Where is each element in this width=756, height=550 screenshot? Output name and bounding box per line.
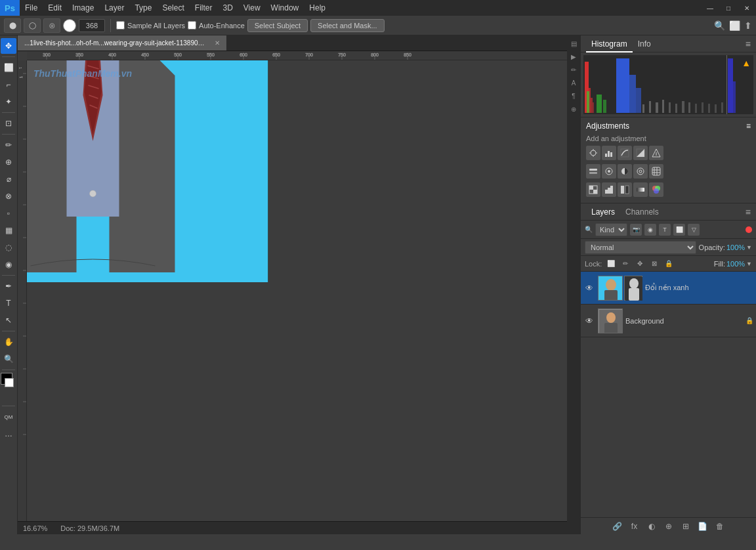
select-and-mask-button[interactable]: Select and Mask... [310,19,385,32]
layer-visibility-icon-2[interactable]: 👁 [583,315,595,327]
gradient-tool[interactable]: ▦ [1,222,16,238]
clone-tool[interactable]: ⊗ [1,188,16,204]
blur-tool[interactable]: ◌ [1,240,16,255]
brush-tool-btn3[interactable]: ◎ [43,18,60,33]
tab-close-button[interactable]: ✕ [215,39,220,47]
auto-enhance-checkbox[interactable] [188,21,196,30]
side-3d-icon[interactable]: ⊕ [568,104,579,114]
layer-adj-button[interactable]: ⊕ [663,520,675,532]
threshold-adj-icon[interactable] [618,182,632,197]
hand-tool[interactable]: ✋ [1,334,16,350]
background-color[interactable] [5,378,14,387]
search-icon[interactable]: 🔍 [714,20,725,31]
side-histogram-icon[interactable]: ▤ [568,38,579,49]
layer-new-button[interactable]: 📄 [697,520,709,532]
layer-fx-button[interactable]: fx [629,520,640,532]
eyedropper-tool[interactable]: ✏ [1,137,16,153]
side-brush-icon[interactable]: ✏ [568,64,579,75]
photo-filter-adj-icon[interactable] [633,164,648,179]
vibrance-adj-icon[interactable] [649,146,663,160]
layer-filter-pixel-icon[interactable]: 📷 [630,224,642,236]
path-select-tool[interactable]: ↖ [1,312,16,328]
side-paragraph-icon[interactable]: ¶ [568,91,579,101]
selective-color-adj-icon[interactable] [649,182,663,197]
dodge-tool[interactable]: ◉ [1,257,16,272]
menu-select[interactable]: Select [157,0,189,16]
menu-layer[interactable]: Layer [99,0,129,16]
select-subject-button[interactable]: Select Subject [247,19,308,32]
type-tool[interactable]: T [1,295,16,311]
color-balance-adj-icon[interactable] [602,164,616,179]
layer-kind-select[interactable]: Kind [595,223,627,236]
color-swatches[interactable] [1,373,16,389]
fill-value[interactable]: 100% [726,260,745,268]
crop-tool[interactable]: ⊡ [1,116,16,131]
close-button[interactable]: ✕ [738,0,756,16]
curves-adj-icon[interactable] [618,146,632,160]
brush-size-circle[interactable] [63,19,76,32]
layers-menu-button[interactable]: ≡ [746,207,751,217]
histogram-tab[interactable]: Histogram [586,35,633,53]
brightness-adj-icon[interactable] [586,146,600,160]
grad-map-adj-icon[interactable] [633,182,648,197]
layer-filter-smart-icon[interactable]: ▽ [688,224,700,236]
channel-mixer-adj-icon[interactable] [649,164,663,179]
more-tools-btn[interactable]: … [1,426,16,442]
lock-all-icon[interactable]: 🔒 [663,259,674,269]
brush-tool-btn[interactable]: ⬤ [4,18,21,33]
layer-filter-shape-icon[interactable]: ⬜ [673,224,685,236]
invert-adj-icon[interactable] [586,182,600,197]
layer-item-doi-nen-xanh[interactable]: 👁 [581,272,756,305]
brush-tool[interactable]: ⌀ [1,171,16,187]
hue-sat-adj-icon[interactable] [586,164,600,179]
minimize-button[interactable]: — [701,0,719,16]
lock-position-icon[interactable]: ✥ [635,259,645,269]
blend-mode-select[interactable]: Normal [585,241,696,254]
opacity-value[interactable]: 100% [726,243,745,251]
quick-mask-tool[interactable]: QM [1,409,16,425]
menu-type[interactable]: Type [129,0,157,16]
levels-adj-icon[interactable] [602,146,616,160]
menu-3d[interactable]: 3D [217,0,238,16]
menu-window[interactable]: Window [266,0,304,16]
screen-mode-icon[interactable]: ⬜ [729,20,740,31]
side-play-icon[interactable]: ▶ [568,51,579,62]
maximize-button[interactable]: □ [719,0,738,16]
menu-help[interactable]: Help [304,0,331,16]
layer-group-button[interactable]: ⊞ [680,520,692,532]
layer-filter-active-dot[interactable] [746,226,752,233]
zoom-tool[interactable]: 🔍 [1,351,16,367]
channels-tab[interactable]: Channels [620,203,664,221]
share-icon[interactable]: ⬆ [744,20,752,31]
move-tool[interactable]: ✥ [1,38,16,54]
side-type-icon[interactable]: A [568,77,579,88]
lock-artboard-icon[interactable]: ⊠ [649,259,660,269]
opacity-arrow[interactable]: ▼ [746,244,752,251]
bw-adj-icon[interactable] [618,164,632,179]
lock-transparent-icon[interactable]: ⬜ [606,259,616,269]
posterize-adj-icon[interactable] [602,182,616,197]
sample-all-layers-checkbox[interactable] [116,21,125,30]
layer-mask-button[interactable]: ◐ [646,520,658,532]
layer-filter-type-icon[interactable]: T [659,224,671,236]
brush-size-input[interactable] [79,19,105,32]
document-tab[interactable]: ...1live-this-phot...oh-of-m...wearing-g… [18,35,227,51]
layer-link-button[interactable]: 🔗 [612,520,623,532]
main-canvas[interactable]: ThuThuatPhanMem.vn [27,60,268,282]
exposure-adj-icon[interactable] [633,146,648,160]
layer-visibility-icon-1[interactable]: 👁 [583,282,595,294]
menu-image[interactable]: Image [67,0,99,16]
brush-tool-btn2[interactable]: ◯ [24,18,41,33]
layer-filter-adj-icon[interactable]: ◉ [644,224,656,236]
fill-arrow[interactable]: ▼ [746,261,752,267]
menu-view[interactable]: View [238,0,266,16]
lasso-tool[interactable]: ⌐ [1,77,16,93]
layer-delete-button[interactable]: 🗑 [714,520,726,532]
rect-marquee-tool[interactable]: ⬜ [1,60,16,75]
magic-wand-tool[interactable]: ✦ [1,94,16,110]
adjustments-menu-icon[interactable]: ≡ [746,121,751,131]
eraser-tool[interactable]: ▫ [1,205,16,221]
layer-item-background[interactable]: 👁 Background 🔒 [581,305,756,337]
histogram-menu-button[interactable]: ≡ [746,39,751,49]
menu-file[interactable]: File [20,0,43,16]
